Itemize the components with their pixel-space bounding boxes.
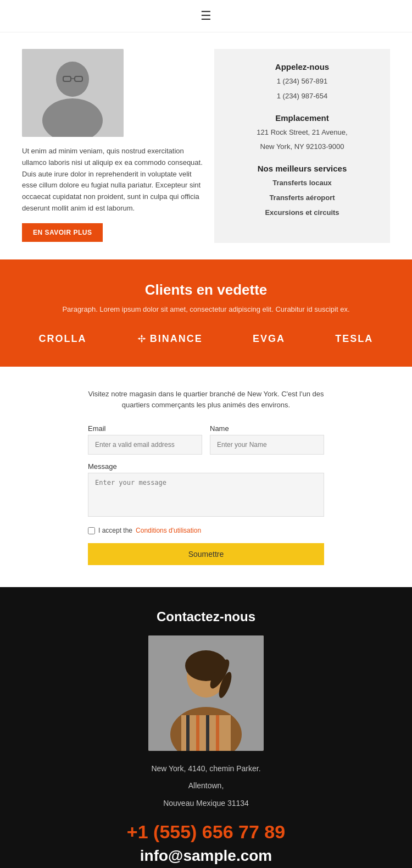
service-3: Excursions et circuits	[225, 207, 379, 219]
terms-row: I accept the Conditions d'utilisation	[88, 527, 324, 534]
contact-address-1: New York, 4140, chemin Parker.	[16, 762, 396, 776]
profile-image	[22, 49, 124, 137]
contact-address-2: Allentown,	[16, 779, 396, 793]
logo-evga: EVGA	[253, 333, 285, 345]
logo-crolla: CROLLA	[39, 333, 87, 345]
svg-marker-8	[137, 338, 141, 340]
evga-label: EVGA	[253, 333, 285, 344]
svg-point-1	[56, 62, 89, 97]
name-group: Name	[210, 424, 324, 455]
visit-text: Visitez notre magasin dans le quartier b…	[88, 389, 324, 412]
logo-tesla: TESLA	[335, 333, 373, 345]
left-column: Ut enim ad minim veniam, quis nostrud ex…	[22, 49, 203, 243]
submit-button[interactable]: Soumettre	[88, 543, 324, 565]
contact-title: Contactez-nous	[16, 609, 396, 624]
contact-phone: +1 (555) 656 77 89	[16, 821, 396, 843]
hamburger-icon[interactable]: ☰	[201, 9, 211, 23]
logos-row: CROLLA BINANCE EVGA TESLA	[16, 333, 396, 345]
address-line2: New York, NY 92103-9000	[225, 141, 379, 153]
contact-email: info@sample.com	[16, 847, 396, 865]
terms-text: I accept the	[98, 527, 132, 534]
clients-section: Clients en vedette Paragraph. Lorem ipsu…	[0, 259, 412, 367]
svg-marker-6	[141, 335, 143, 338]
message-textarea[interactable]	[88, 473, 324, 517]
svg-marker-10	[141, 338, 143, 340]
en-savoir-plus-button[interactable]: EN SAVOIR PLUS	[22, 223, 103, 242]
message-label: Message	[88, 462, 324, 471]
clients-title: Clients en vedette	[16, 281, 396, 298]
svg-marker-7	[141, 340, 143, 343]
phone-1: 1 (234) 567-891	[225, 76, 379, 87]
form-section: Visitez notre magasin dans le quartier b…	[0, 367, 412, 588]
address-line1: 121 Rock Street, 21 Avenue,	[225, 127, 379, 139]
terms-link[interactable]: Conditions d'utilisation	[136, 527, 201, 534]
right-column: Appelez-nous 1 (234) 567-891 1 (234) 987…	[214, 49, 390, 243]
form-row-email-name: Email Name	[88, 424, 324, 455]
terms-checkbox[interactable]	[88, 527, 95, 534]
binance-label: BINANCE	[150, 333, 203, 345]
email-input[interactable]	[88, 435, 202, 455]
nav-bar: ☰	[0, 0, 412, 32]
phone-title: Appelez-nous	[225, 62, 379, 71]
location-block: Emplacement 121 Rock Street, 21 Avenue, …	[225, 113, 379, 153]
services-block: Nos meilleurs services Transferts locaux…	[225, 164, 379, 218]
service-2: Transferts aéroport	[225, 192, 379, 204]
clients-subtitle: Paragraph. Lorem ipsum dolor sit amet, c…	[16, 305, 396, 313]
contact-section: Contactez-nous New York, 4140, chemin Pa…	[0, 587, 412, 868]
phone-block: Appelez-nous 1 (234) 567-891 1 (234) 987…	[225, 62, 379, 102]
message-group: Message	[88, 462, 324, 519]
contact-address-3: Nouveau Mexique 31134	[16, 797, 396, 810]
location-title: Emplacement	[225, 113, 379, 123]
email-label: Email	[88, 424, 202, 433]
logo-binance: BINANCE	[137, 333, 203, 345]
top-section: Ut enim ad minim veniam, quis nostrud ex…	[0, 32, 412, 259]
phone-2: 1 (234) 987-654	[225, 91, 379, 102]
name-input[interactable]	[210, 435, 324, 455]
name-label: Name	[210, 424, 324, 433]
contact-image	[148, 635, 264, 751]
services-title: Nos meilleurs services	[225, 164, 379, 173]
svg-marker-9	[143, 338, 146, 340]
bio-text: Ut enim ad minim veniam, quis nostrud ex…	[22, 146, 203, 214]
service-1: Transferts locaux	[225, 178, 379, 189]
email-group: Email	[88, 424, 202, 455]
